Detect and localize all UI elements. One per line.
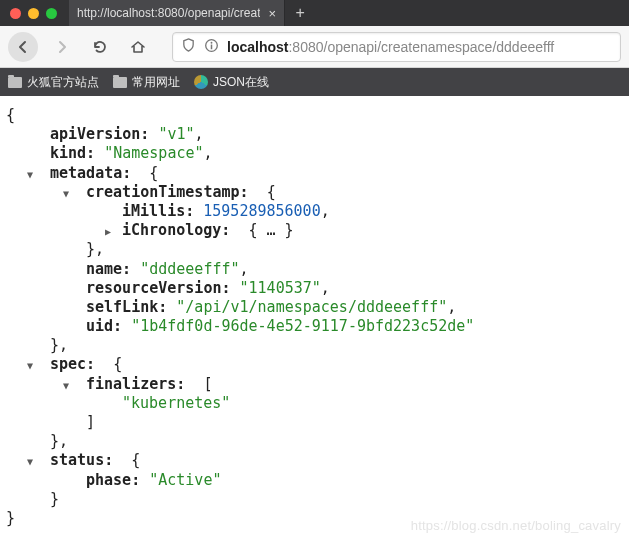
shield-icon — [181, 38, 196, 56]
json-string: "1140537" — [240, 279, 321, 298]
json-key: selfLink: — [86, 298, 167, 317]
brace-close: } — [6, 509, 15, 528]
new-tab-button[interactable]: + — [285, 0, 315, 26]
brace-close: }, — [50, 336, 68, 355]
json-key: name: — [86, 260, 131, 279]
disclosure-triangle-icon[interactable]: ▼ — [24, 169, 36, 182]
bookmark-json-online[interactable]: JSON在线 — [194, 74, 269, 91]
json-string: "1b4fdf0d-96de-4e52-9117-9bfd223c52de" — [131, 317, 474, 336]
back-button[interactable] — [8, 32, 38, 62]
bracket-close: ] — [86, 413, 95, 432]
json-line: ▼status: { — [6, 451, 623, 470]
reload-button[interactable] — [86, 33, 114, 61]
svg-point-1 — [211, 41, 213, 43]
json-key: phase: — [86, 471, 140, 490]
json-key: uid: — [86, 317, 122, 336]
comma: , — [321, 279, 330, 298]
bookmark-label: 火狐官方站点 — [27, 74, 99, 91]
json-line: resourceVersion: "1140537", — [6, 279, 623, 298]
disclosure-triangle-icon[interactable]: ▼ — [60, 188, 72, 201]
json-line: ▼metadata: { — [6, 164, 623, 183]
json-line: ▼creationTimestamp: { — [6, 183, 623, 202]
disclosure-triangle-icon[interactable]: ▼ — [24, 456, 36, 469]
plus-icon: + — [295, 4, 304, 22]
url-host: localhost — [227, 39, 288, 55]
json-line: ▼spec: { — [6, 355, 623, 374]
bookmark-label: 常用网址 — [132, 74, 180, 91]
json-key: apiVersion: — [50, 125, 149, 144]
json-line: apiVersion: "v1", — [6, 125, 623, 144]
comma: , — [195, 125, 204, 144]
json-line: }, — [6, 432, 623, 451]
json-line: "kubernetes" — [6, 394, 623, 413]
json-string: "v1" — [158, 125, 194, 144]
brace-close: } — [50, 490, 59, 509]
json-collapsed[interactable]: { … } — [248, 221, 293, 240]
comma: , — [447, 298, 456, 317]
brace-open: { — [267, 183, 276, 202]
window-close-icon[interactable] — [10, 8, 21, 19]
json-line: }, — [6, 336, 623, 355]
json-line: ▶iChronology: { … } — [6, 221, 623, 240]
arrow-left-icon — [15, 39, 31, 55]
tab-close-icon[interactable]: × — [268, 6, 276, 21]
home-button[interactable] — [124, 33, 152, 61]
bookmark-label: JSON在线 — [213, 74, 269, 91]
brace-open: { — [6, 106, 15, 125]
json-string: "Active" — [149, 471, 221, 490]
brace-close: }, — [50, 432, 68, 451]
disclosure-triangle-icon[interactable]: ▼ — [24, 360, 36, 373]
bookmarks-bar: 火狐官方站点 常用网址 JSON在线 — [0, 68, 629, 96]
json-line: kind: "Namespace", — [6, 144, 623, 163]
folder-icon — [113, 77, 127, 88]
brace-close: }, — [86, 240, 104, 259]
json-line: { — [6, 106, 623, 125]
json-line: }, — [6, 240, 623, 259]
json-string: "/api/v1/namespaces/dddeeefff" — [176, 298, 447, 317]
json-viewer: { apiVersion: "v1", kind: "Namespace", ▼… — [0, 96, 629, 537]
json-line: selfLink: "/api/v1/namespaces/dddeeefff"… — [6, 298, 623, 317]
address-bar[interactable]: localhost:8080/openapi/createnamespace/d… — [172, 32, 621, 62]
forward-button[interactable] — [48, 33, 76, 61]
json-line: phase: "Active" — [6, 471, 623, 490]
arrow-right-icon — [54, 39, 70, 55]
tab-bar: http://localhost:8080/openapi/creat × + — [0, 0, 629, 26]
bookmark-common-sites[interactable]: 常用网址 — [113, 74, 180, 91]
browser-tab[interactable]: http://localhost:8080/openapi/creat × — [69, 0, 285, 26]
navigation-toolbar: localhost:8080/openapi/createnamespace/d… — [0, 26, 629, 68]
comma: , — [204, 144, 213, 163]
json-key: iChronology: — [122, 221, 230, 240]
url-path: :8080/openapi/createnamespace/dddeeefff — [288, 39, 554, 55]
json-key: creationTimestamp: — [86, 183, 249, 202]
json-line: ] — [6, 413, 623, 432]
disclosure-triangle-icon[interactable]: ▶ — [102, 226, 114, 239]
brace-open: { — [131, 451, 140, 470]
json-icon — [194, 75, 208, 89]
json-key: finalizers: — [86, 375, 185, 394]
json-line: ▼finalizers: [ — [6, 375, 623, 394]
json-key: resourceVersion: — [86, 279, 231, 298]
json-line: name: "dddeeefff", — [6, 260, 623, 279]
comma: , — [321, 202, 330, 221]
json-line: } — [6, 490, 623, 509]
bookmark-firefox-official[interactable]: 火狐官方站点 — [8, 74, 99, 91]
json-string: "dddeeefff" — [140, 260, 239, 279]
comma: , — [240, 260, 249, 279]
disclosure-triangle-icon[interactable]: ▼ — [60, 380, 72, 393]
json-key: status: — [50, 451, 113, 470]
json-line: uid: "1b4fdf0d-96de-4e52-9117-9bfd223c52… — [6, 317, 623, 336]
json-key: kind: — [50, 144, 95, 163]
watermark-text: https://blog.csdn.net/boling_cavalry — [411, 518, 621, 535]
svg-rect-2 — [211, 44, 213, 49]
json-key: metadata: — [50, 164, 131, 183]
brace-open: { — [149, 164, 158, 183]
window-zoom-icon[interactable] — [46, 8, 57, 19]
json-line: iMillis: 1595289856000, — [6, 202, 623, 221]
json-string: "kubernetes" — [122, 394, 230, 413]
bracket-open: [ — [203, 375, 212, 394]
reload-icon — [92, 39, 108, 55]
folder-icon — [8, 77, 22, 88]
window-minimize-icon[interactable] — [28, 8, 39, 19]
tab-title: http://localhost:8080/openapi/creat — [77, 6, 260, 20]
json-key: iMillis: — [122, 202, 194, 221]
